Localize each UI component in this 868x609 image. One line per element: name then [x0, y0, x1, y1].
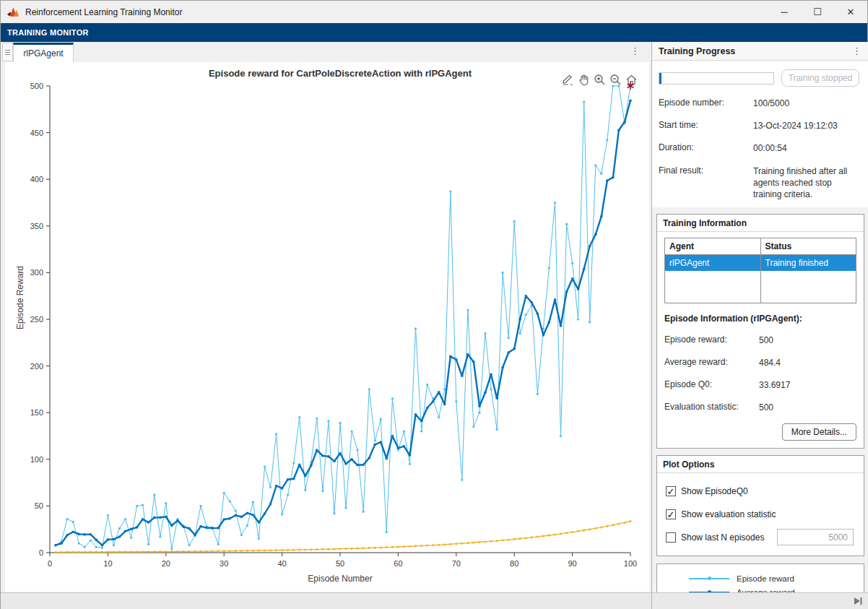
average-reward-label: Average reward: — [664, 357, 759, 368]
svg-text:Episode Number: Episode Number — [308, 574, 372, 584]
progress-section: Training stopped Episode number: 100/500… — [652, 61, 868, 207]
episode-reward-label: Episode reward: — [664, 334, 759, 346]
svg-text:90: 90 — [568, 559, 576, 568]
legend-item-episode-reward[interactable]: Episode reward — [689, 571, 864, 585]
n-episodes-input[interactable] — [777, 529, 854, 545]
svg-text:0: 0 — [48, 559, 52, 568]
evaluation-statistic-row: Evaluation statistic: 500 — [664, 402, 856, 413]
average-reward-value: 484.4 — [759, 357, 856, 368]
svg-text:80: 80 — [510, 559, 518, 568]
start-time-row: Start time: 13-Oct-2024 19:12:03 — [659, 120, 862, 131]
show-episodeq0-row: ✓ Show EpisodeQ0 — [666, 486, 856, 496]
agent-column-header: Agent — [665, 238, 761, 255]
figure-status-strip[interactable] — [1, 592, 651, 609]
panel-status-strip — [652, 592, 868, 609]
evaluation-statistic-value: 500 — [759, 402, 856, 413]
svg-text:500: 500 — [30, 82, 43, 90]
show-evaluation-statistic-checkbox[interactable]: ✓ — [666, 509, 676, 519]
episode-number-row: Episode number: 100/5000 — [659, 98, 862, 109]
close-button[interactable]: ✕ — [834, 1, 867, 23]
training-information-header: Training Information — [657, 215, 864, 232]
show-last-n-episodes-row: Show last N episodes — [666, 532, 856, 543]
svg-text:60: 60 — [394, 559, 402, 568]
show-last-n-episodes-checkbox[interactable] — [666, 532, 676, 543]
start-time-value: 13-Oct-2024 19:12:03 — [753, 120, 862, 131]
figure-canvas: Episode reward for CartPoleDiscreteActio… — [5, 62, 649, 592]
table-empty-area — [665, 271, 856, 303]
panel-header: Training Progress ⋮ — [652, 42, 868, 61]
window-title: Reinforcement Learning Training Monitor — [25, 7, 182, 17]
ribbon-bar: TRAINING MONITOR — [1, 23, 867, 42]
tab-options-kebab-icon[interactable]: ⋮ — [630, 46, 640, 56]
show-evaluation-statistic-label: Show evaluation statistic — [681, 509, 776, 519]
svg-text:400: 400 — [30, 175, 43, 183]
ribbon-tab-training-monitor[interactable]: TRAINING MONITOR — [1, 28, 89, 37]
chart-title: Episode reward for CartPoleDiscreteActio… — [50, 68, 630, 79]
title-bar: Reinforcement Learning Training Monitor … — [1, 1, 867, 23]
episode-q0-row: Episode Q0: 33.6917 — [664, 379, 856, 391]
svg-text:450: 450 — [30, 129, 43, 137]
plot-options-box: Plot Options ✓ Show EpisodeQ0 ✓ Show eva… — [656, 455, 864, 556]
duration-value: 00:00:54 — [753, 142, 862, 154]
status-column-header: Status — [760, 238, 856, 255]
training-progress-panel: Training Progress ⋮ Training stopped Epi… — [652, 42, 868, 592]
final-result-value: Training finished after all agents reach… — [753, 165, 862, 201]
minimize-button[interactable]: ─ — [768, 1, 801, 23]
svg-text:200: 200 — [30, 362, 43, 371]
episode-reward-row: Episode reward: 500 — [664, 334, 856, 346]
svg-text:150: 150 — [30, 408, 43, 417]
svg-text:50: 50 — [336, 559, 344, 568]
episode-number-label: Episode number: — [659, 98, 753, 109]
show-episodeq0-label: Show EpisodeQ0 — [681, 486, 748, 496]
svg-text:0: 0 — [39, 548, 43, 557]
evaluation-statistic-label: Evaluation statistic: — [664, 402, 759, 413]
svg-text:40: 40 — [277, 559, 286, 568]
episode-reward-value: 500 — [759, 334, 856, 346]
svg-text:350: 350 — [30, 222, 43, 230]
episode-number-value: 100/5000 — [753, 98, 862, 109]
document-tab-strip: rlPGAgent ⋮ — [1, 42, 651, 62]
figure-pane: Episode reward for CartPoleDiscreteActio… — [1, 62, 651, 592]
duration-label: Duration: — [659, 142, 753, 154]
drag-handle-icon[interactable] — [2, 43, 13, 61]
reward-chart[interactable]: 0501001502002503003504004505000102030405… — [19, 79, 642, 585]
maximize-button[interactable]: ☐ — [801, 1, 834, 23]
panel-options-kebab-icon[interactable]: ⋮ — [852, 46, 862, 56]
agent-cell: rlPGAgent — [665, 255, 761, 272]
training-progress-bar — [659, 72, 774, 85]
svg-text:100: 100 — [30, 455, 43, 464]
collapse-panel-icon[interactable] — [853, 596, 863, 606]
tab-label: rlPGAgent — [23, 48, 63, 59]
episode-q0-value: 33.6917 — [759, 379, 856, 391]
training-information-box: Training Information Agent Status rlPGAg… — [656, 214, 864, 449]
svg-text:250: 250 — [30, 315, 43, 324]
episode-info-title: Episode Information (rlPGAgent): — [664, 314, 856, 324]
show-episodeq0-checkbox[interactable]: ✓ — [666, 486, 676, 496]
show-evaluation-statistic-row: ✓ Show evaluation statistic — [666, 509, 856, 519]
training-stopped-button[interactable]: Training stopped — [781, 69, 859, 87]
svg-text:20: 20 — [162, 559, 170, 568]
svg-text:100: 100 — [624, 559, 637, 568]
progress-fill — [659, 73, 661, 84]
svg-text:10: 10 — [103, 559, 112, 568]
svg-text:30: 30 — [220, 559, 228, 568]
panel-title: Training Progress — [659, 46, 735, 56]
start-time-label: Start time: — [659, 120, 753, 131]
y-axis-label: Episode Reward — [15, 266, 25, 329]
agent-status-table[interactable]: Agent Status rlPGAgent Training finished — [664, 238, 856, 303]
final-result-row: Final result: Training finished after al… — [659, 165, 862, 201]
show-last-n-episodes-label: Show last N episodes — [681, 532, 764, 543]
svg-text:70: 70 — [452, 559, 461, 568]
svg-text:300: 300 — [30, 268, 43, 277]
plot-options-header: Plot Options — [657, 456, 864, 473]
table-row[interactable]: rlPGAgent Training finished — [665, 255, 856, 272]
episode-q0-label: Episode Q0: — [664, 379, 759, 391]
matlab-logo-icon — [7, 6, 19, 18]
status-cell: Training finished — [760, 255, 856, 272]
tab-rlpgagent[interactable]: rlPGAgent — [13, 43, 74, 62]
svg-text:50: 50 — [35, 501, 43, 510]
final-result-label: Final result: — [659, 165, 753, 201]
duration-row: Duration: 00:00:54 — [659, 142, 862, 154]
more-details-button[interactable]: More Details... — [782, 423, 856, 441]
episode-reward-line-swatch — [689, 578, 729, 579]
